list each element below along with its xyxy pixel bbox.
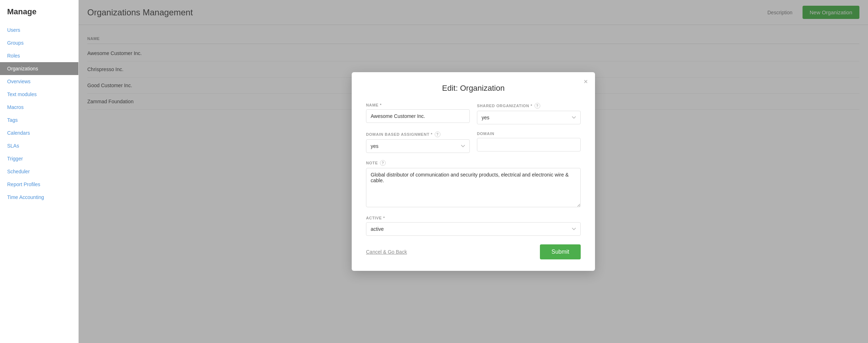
sidebar-item-organizations[interactable]: Organizations xyxy=(0,62,78,75)
main-content: Organizations Management Description New… xyxy=(79,0,868,343)
shared-org-label: SHARED ORGANIZATION * ? xyxy=(477,103,581,109)
form-row-note: NOTE ? Global distributor of communicati… xyxy=(366,160,581,209)
sidebar-item-text-modules[interactable]: Text modules xyxy=(0,88,78,101)
edit-organization-modal: × Edit: Organization NAME * SHARED ORGAN… xyxy=(352,72,595,271)
name-label: NAME * xyxy=(366,103,470,107)
active-select[interactable]: active inactive xyxy=(366,222,581,236)
sidebar-item-scheduler[interactable]: Scheduler xyxy=(0,165,78,178)
sidebar-item-roles[interactable]: Roles xyxy=(0,49,78,62)
sidebar-item-trigger[interactable]: Trigger xyxy=(0,152,78,165)
name-input[interactable] xyxy=(366,109,470,123)
form-group-domain-based: DOMAIN BASED ASSIGNMENT * ? yes no xyxy=(366,131,470,153)
form-group-name: NAME * xyxy=(366,103,470,124)
form-group-active: ACTIVE * active inactive xyxy=(366,216,581,236)
sidebar-item-time-accounting[interactable]: Time Accounting xyxy=(0,191,78,204)
sidebar-item-groups[interactable]: Groups xyxy=(0,36,78,49)
sidebar-item-report-profiles[interactable]: Report Profiles xyxy=(0,178,78,191)
cancel-button[interactable]: Cancel & Go Back xyxy=(366,249,407,255)
close-button[interactable]: × xyxy=(584,78,588,85)
sidebar-item-overviews[interactable]: Overviews xyxy=(0,75,78,88)
active-label: ACTIVE * xyxy=(366,216,581,220)
submit-button[interactable]: Submit xyxy=(540,244,581,259)
form-row-name-shared: NAME * SHARED ORGANIZATION * ? yes no xyxy=(366,103,581,124)
note-label: NOTE ? xyxy=(366,160,581,166)
form-row-domain: DOMAIN BASED ASSIGNMENT * ? yes no DOMAI… xyxy=(366,131,581,153)
form-row-active: ACTIVE * active inactive xyxy=(366,216,581,236)
domain-input[interactable] xyxy=(477,138,581,151)
modal-title: Edit: Organization xyxy=(366,84,581,93)
domain-label: DOMAIN xyxy=(477,131,581,136)
sidebar-item-slas[interactable]: SLAs xyxy=(0,139,78,152)
sidebar-title: Manage xyxy=(0,7,78,24)
modal-overlay: × Edit: Organization NAME * SHARED ORGAN… xyxy=(79,0,868,343)
sidebar-item-tags[interactable]: Tags xyxy=(0,114,78,126)
shared-org-help-icon[interactable]: ? xyxy=(535,103,540,109)
sidebar: Manage Users Groups Roles Organizations … xyxy=(0,0,79,343)
form-group-note: NOTE ? Global distributor of communicati… xyxy=(366,160,581,209)
shared-org-select[interactable]: yes no xyxy=(477,111,581,124)
note-help-icon[interactable]: ? xyxy=(380,160,386,166)
domain-based-label: DOMAIN BASED ASSIGNMENT * ? xyxy=(366,131,470,137)
modal-footer: Cancel & Go Back Submit xyxy=(366,244,581,259)
domain-based-help-icon[interactable]: ? xyxy=(435,131,440,137)
form-group-shared-org: SHARED ORGANIZATION * ? yes no xyxy=(477,103,581,124)
sidebar-item-calendars[interactable]: Calendars xyxy=(0,126,78,139)
sidebar-item-users[interactable]: Users xyxy=(0,24,78,36)
note-textarea[interactable]: Global distributor of communication and … xyxy=(366,168,581,207)
sidebar-item-macros[interactable]: Macros xyxy=(0,101,78,114)
domain-based-select[interactable]: yes no xyxy=(366,139,470,153)
form-group-domain: DOMAIN xyxy=(477,131,581,153)
